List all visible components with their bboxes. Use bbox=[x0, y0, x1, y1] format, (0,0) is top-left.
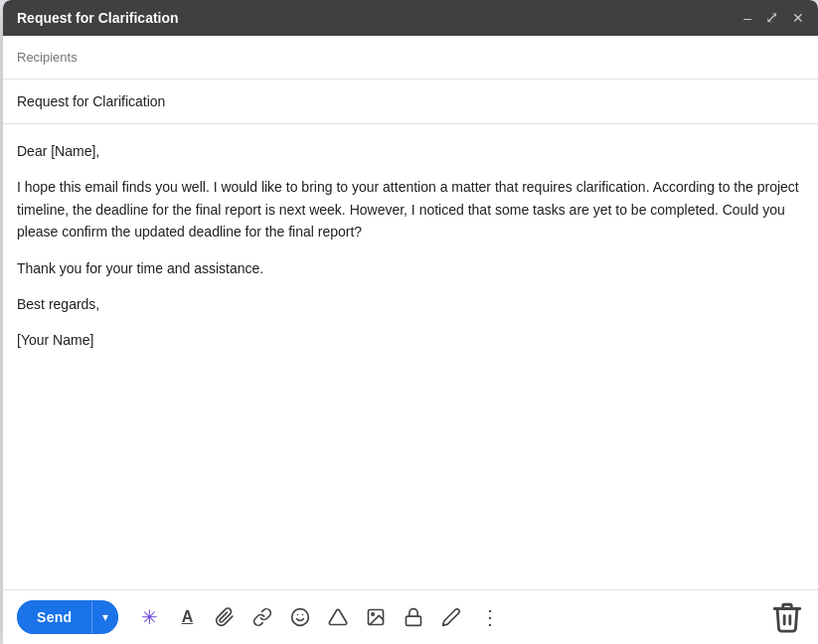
format-text-icon: A bbox=[182, 608, 194, 626]
emoji-icon bbox=[290, 607, 310, 627]
minimize-button[interactable]: – bbox=[743, 11, 751, 25]
link-button[interactable] bbox=[245, 600, 279, 634]
more-options-button[interactable]: ⋮ bbox=[472, 600, 506, 634]
attachment-icon bbox=[215, 607, 235, 627]
compose-fields bbox=[3, 36, 818, 124]
greeting: Dear [Name], bbox=[17, 140, 804, 162]
delete-icon bbox=[770, 600, 804, 634]
svg-rect-5 bbox=[407, 616, 421, 625]
send-dropdown-arrow-icon: ▾ bbox=[102, 610, 108, 624]
drive-icon bbox=[328, 607, 348, 627]
signature-button[interactable] bbox=[434, 600, 468, 634]
image-button[interactable] bbox=[359, 600, 393, 634]
ai-icon: ✳ bbox=[141, 605, 158, 629]
maximize-button[interactable]: ⤢ bbox=[765, 10, 778, 26]
send-button[interactable]: Send bbox=[17, 600, 91, 634]
recipients-field bbox=[3, 36, 818, 80]
emoji-button[interactable] bbox=[283, 600, 317, 634]
subject-input[interactable] bbox=[17, 93, 804, 109]
link-icon bbox=[252, 607, 272, 627]
compose-window: Request for Clarification – ⤢ ✕ Dear [Na… bbox=[3, 0, 818, 644]
delete-button[interactable] bbox=[770, 600, 804, 634]
signature-icon bbox=[441, 607, 461, 627]
image-icon bbox=[366, 607, 386, 627]
subject-field bbox=[3, 80, 818, 123]
close-button[interactable]: ✕ bbox=[792, 11, 804, 25]
body-paragraph-2: Thank you for your time and assistance. bbox=[17, 257, 804, 279]
svg-point-0 bbox=[292, 609, 309, 626]
compose-toolbar: Send ▾ ✳ A bbox=[3, 589, 818, 644]
drive-button[interactable] bbox=[321, 600, 355, 634]
recipients-input[interactable] bbox=[17, 50, 804, 65]
more-options-icon: ⋮ bbox=[480, 605, 499, 629]
send-dropdown-button[interactable]: ▾ bbox=[91, 601, 118, 633]
ai-button[interactable]: ✳ bbox=[132, 600, 166, 634]
lock-icon bbox=[404, 607, 423, 627]
send-button-group: Send ▾ bbox=[17, 600, 118, 634]
compose-body[interactable]: Dear [Name], I hope this email finds you… bbox=[3, 124, 818, 589]
body-paragraph-3: Best regards, bbox=[17, 293, 804, 315]
compose-header-actions: – ⤢ ✕ bbox=[743, 10, 804, 26]
compose-header: Request for Clarification – ⤢ ✕ bbox=[3, 0, 818, 36]
compose-title: Request for Clarification bbox=[17, 10, 179, 26]
confidential-button[interactable] bbox=[397, 600, 430, 634]
body-paragraph-1: I hope this email finds you well. I woul… bbox=[17, 176, 804, 242]
body-paragraph-4: [Your Name] bbox=[17, 329, 804, 351]
svg-point-4 bbox=[372, 613, 375, 616]
attachment-button[interactable] bbox=[208, 600, 242, 634]
format-text-button[interactable]: A bbox=[170, 600, 204, 634]
